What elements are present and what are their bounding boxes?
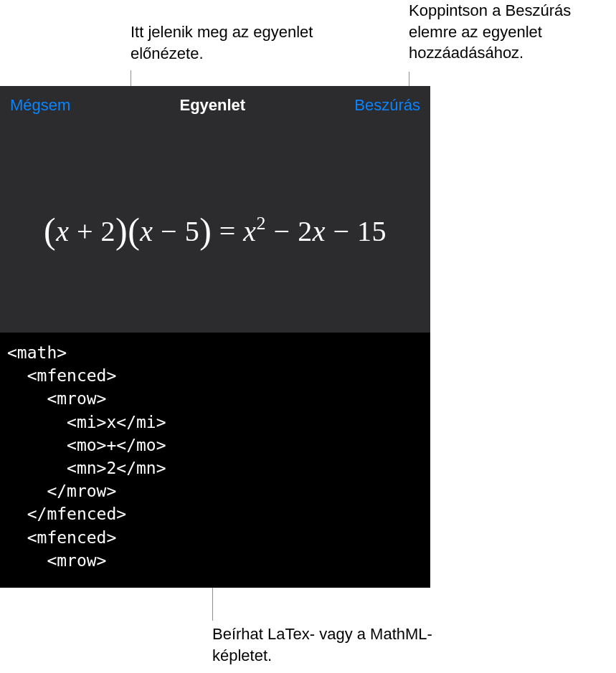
callout-preview: Itt jelenik meg az egyenlet előnézete. — [131, 22, 346, 64]
cancel-button[interactable]: Mégsem — [10, 96, 70, 115]
callout-insert: Koppintson a Beszúrás elemre az egyenlet… — [409, 0, 616, 64]
eq-var: x — [313, 215, 326, 247]
eq-op: + — [77, 215, 93, 247]
eq-num: 15 — [357, 215, 387, 247]
equation-rendered: (x + 2)(x − 5) = x2 − 2x − 15 — [44, 208, 387, 249]
eq-op: − — [333, 215, 349, 247]
open-paren-icon: ( — [44, 211, 56, 251]
eq-num: 5 — [185, 215, 200, 247]
eq-equals: = — [219, 215, 236, 247]
titlebar: Mégsem Egyenlet Beszúrás — [0, 86, 430, 125]
equation-editor-panel: Mégsem Egyenlet Beszúrás (x + 2)(x − 5) … — [0, 86, 430, 588]
equation-source-input[interactable]: <math> <mfenced> <mrow> <mi>x</mi> <mo>+… — [0, 333, 430, 588]
equation-preview: (x + 2)(x − 5) = x2 − 2x − 15 — [0, 125, 430, 333]
close-paren-icon: ) — [115, 211, 128, 251]
eq-exponent: 2 — [257, 213, 267, 234]
eq-op: − — [274, 215, 290, 247]
eq-coef: 2 — [298, 215, 313, 247]
panel-title: Egyenlet — [179, 96, 245, 115]
eq-var: x — [243, 215, 256, 247]
eq-var: x — [140, 215, 153, 247]
callout-input: Beírhat LaTex- vagy a MathML-képletet. — [212, 624, 463, 666]
eq-var: x — [56, 215, 69, 247]
eq-op: − — [161, 215, 177, 247]
insert-button[interactable]: Beszúrás — [354, 96, 420, 115]
eq-num: 2 — [100, 215, 115, 247]
close-paren-icon: ) — [199, 211, 212, 251]
open-paren-icon: ( — [128, 211, 140, 251]
